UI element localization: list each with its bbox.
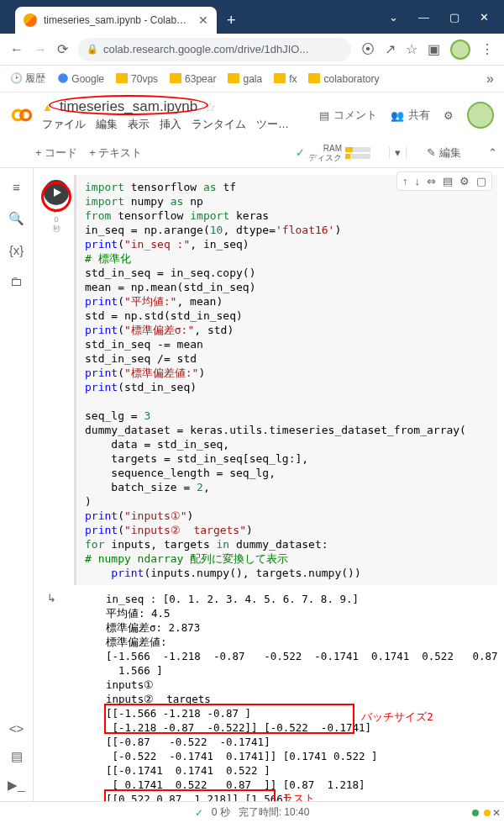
bookmark-star-icon[interactable]: ☆ xyxy=(406,41,417,57)
svg-point-0 xyxy=(59,73,69,83)
close-window-icon[interactable]: ✕ xyxy=(480,11,489,24)
code-cell[interactable]: ↑ ↓ ⇔ ▤ ⚙ ▢ ✓0秒 import tensorflow as tf … xyxy=(37,175,497,801)
bookmark-fx[interactable]: fx xyxy=(274,73,297,85)
menu-edit[interactable]: 編集 xyxy=(96,117,118,132)
cell-output: in_seq : [0. 1. 2. 3. 4. 5. 6. 7. 8. 9.]… xyxy=(97,585,497,801)
annotation-last-box xyxy=(104,789,276,801)
browser-tab[interactable]: timeseries_sam.ipynb - Colaborat ✕ xyxy=(15,7,217,34)
bookmarks-overflow-icon[interactable]: » xyxy=(486,71,494,87)
terminal-icon[interactable]: ▶_ xyxy=(8,778,24,793)
cell-toolbar: ↑ ↓ ⇔ ▤ ⚙ ▢ xyxy=(396,171,492,191)
colab-logo[interactable] xyxy=(10,103,34,127)
command-palette-icon[interactable]: ▤ xyxy=(11,749,23,764)
reload-icon[interactable]: ⟳ xyxy=(57,41,68,57)
share-button[interactable]: 👥 共有 xyxy=(391,108,430,123)
url-text: colab.research.google.com/drive/1dhJIO..… xyxy=(103,43,308,55)
cell-settings-icon[interactable]: ⚙ xyxy=(459,175,470,187)
address-bar[interactable]: 🔒 colab.research.google.com/drive/1dhJIO… xyxy=(78,38,351,61)
profile-avatar[interactable] xyxy=(450,40,470,60)
svg-point-2 xyxy=(21,110,31,120)
add-code-button[interactable]: + コード xyxy=(35,145,77,161)
colab-toolbar: + コード + テキスト ✓ RAMディスク ▾ ✎ 編集 ⌃ xyxy=(0,138,504,168)
menu-file[interactable]: ファイル xyxy=(42,117,86,132)
bookmark-gala[interactable]: gala xyxy=(228,73,262,85)
maximize-icon[interactable]: ▢ xyxy=(449,11,459,24)
cell-mirror-icon[interactable]: ▢ xyxy=(476,175,486,187)
left-sidebar: ≡ 🔍 {x} 🗀 <> ▤ ▶_ xyxy=(0,168,34,801)
share-icon[interactable]: ↗ xyxy=(385,41,396,57)
status-close-icon[interactable]: ✕ xyxy=(492,807,501,819)
completion-time: 完了時間: 10:40 xyxy=(239,805,310,820)
extensions-icon[interactable]: ▣ xyxy=(428,41,440,57)
resource-indicator[interactable]: ✓ RAMディスク xyxy=(289,144,377,162)
google-bookmark[interactable]: Google xyxy=(57,72,104,85)
forward-icon[interactable]: → xyxy=(34,42,47,57)
menu-runtime[interactable]: ランタイム xyxy=(192,117,246,132)
status-check-icon: ✓ xyxy=(195,807,203,819)
status-bar: ✓ 0 秒 完了時間: 10:40 ✕ xyxy=(0,801,504,823)
output-indicator-icon[interactable]: ↳ xyxy=(47,592,56,604)
menu-view[interactable]: 表示 xyxy=(128,117,150,132)
back-icon[interactable]: ← xyxy=(10,42,24,57)
code-snippets-icon[interactable]: <> xyxy=(9,721,24,736)
search-icon[interactable]: 🔍 xyxy=(8,211,24,226)
translate-icon[interactable]: ⦿ xyxy=(361,42,375,57)
bookmark-63pear[interactable]: 63pear xyxy=(170,73,216,85)
menu-bar: ファイル 編集 表示 挿入 ランタイム ツー… xyxy=(42,117,289,132)
new-tab-button[interactable]: + xyxy=(222,10,241,31)
notebook-content: ↑ ↓ ⇔ ▤ ⚙ ▢ ✓0秒 import tensorflow as tf … xyxy=(34,168,504,801)
close-tab-icon[interactable]: ✕ xyxy=(198,13,208,27)
status-dot-green xyxy=(472,810,479,816)
menu-insert[interactable]: 挿入 xyxy=(160,117,181,132)
link-icon[interactable]: ⇔ xyxy=(427,175,436,187)
resource-dropdown-icon[interactable]: ▾ xyxy=(389,146,407,159)
edit-mode-button[interactable]: ✎ 編集 xyxy=(418,145,470,161)
annotation-batch-box xyxy=(104,704,354,734)
colab-header: ▲ timeseries_sam.ipynb ☆ ファイル 編集 表示 挿入 ラ… xyxy=(0,92,504,138)
exec-seconds: 0 秒 xyxy=(212,805,230,820)
window-titlebar: timeseries_sam.ipynb - Colaborat ✕ + ⌄ —… xyxy=(0,0,504,34)
annotation-last-label: ラスト xyxy=(282,791,315,801)
tab-title: timeseries_sam.ipynb - Colaborat xyxy=(44,14,192,26)
user-avatar[interactable] xyxy=(467,102,494,129)
collapse-header-icon[interactable]: ⌃ xyxy=(481,146,504,159)
colab-favicon xyxy=(24,13,37,27)
settings-gear-icon[interactable]: ⚙ xyxy=(444,109,454,122)
code-editor[interactable]: import tensorflow as tf import numpy as … xyxy=(74,175,497,585)
cell-comment-icon[interactable]: ▤ xyxy=(443,175,453,187)
chevron-down-icon[interactable]: ⌄ xyxy=(389,11,398,24)
toc-icon[interactable]: ≡ xyxy=(13,180,20,194)
annotation-batch-label: バッチサイズ2 xyxy=(361,710,433,724)
minimize-icon[interactable]: — xyxy=(418,11,429,24)
comment-button[interactable]: ▤ コメント xyxy=(319,108,377,123)
connected-check-icon: ✓ xyxy=(296,146,305,159)
move-down-icon[interactable]: ↓ xyxy=(415,175,421,187)
bookmark-colaboratory[interactable]: colaboratory xyxy=(308,73,379,85)
status-dot-yellow xyxy=(484,810,491,816)
annotation-run-circle xyxy=(41,182,71,212)
menu-tools[interactable]: ツー… xyxy=(256,117,289,132)
files-icon[interactable]: 🗀 xyxy=(10,274,23,288)
add-text-button[interactable]: + テキスト xyxy=(89,145,142,161)
move-up-icon[interactable]: ↑ xyxy=(402,175,408,187)
annotation-title-oval xyxy=(49,95,208,115)
variables-icon[interactable]: {x} xyxy=(9,243,24,257)
bookmarks-bar: 🕑 履歴 Google 70vps 63pear gala fx colabor… xyxy=(0,66,504,92)
history-bookmark[interactable]: 🕑 履歴 xyxy=(10,71,45,86)
browser-toolbar: ← → ⟳ 🔒 colab.research.google.com/drive/… xyxy=(0,34,504,66)
lock-icon: 🔒 xyxy=(87,44,98,55)
menu-dots-icon[interactable]: ⋮ xyxy=(480,41,494,57)
bookmark-70vps[interactable]: 70vps xyxy=(116,73,158,85)
